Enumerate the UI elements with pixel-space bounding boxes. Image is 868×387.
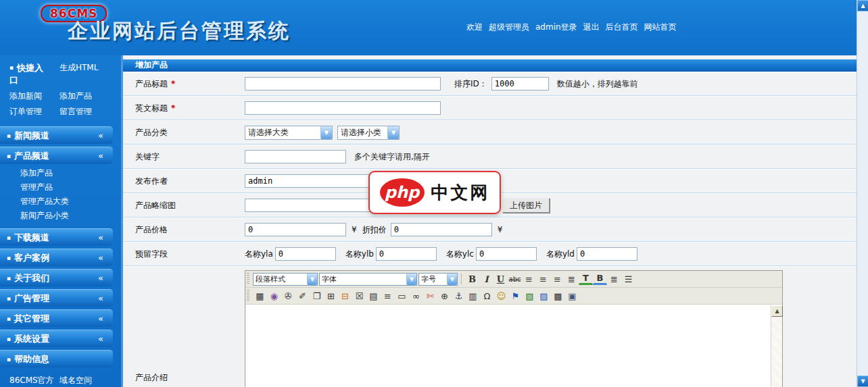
product-title-input[interactable] xyxy=(245,77,441,91)
hyperlink-globe-icon[interactable]: ⊕ xyxy=(437,289,452,303)
save-icon[interactable]: ▣ xyxy=(565,289,579,303)
editor-scrollbar[interactable]: ▲ xyxy=(771,305,782,387)
emoticon-icon[interactable]: ☺ xyxy=(494,289,508,303)
sidebar-link-message-management[interactable]: 留言管理 xyxy=(50,106,92,118)
border-grid-icon[interactable]: ▩ xyxy=(551,289,565,303)
reserved-field-input[interactable] xyxy=(376,247,437,261)
insert-image-icon[interactable]: ▦ xyxy=(253,289,267,303)
collapse-icon[interactable]: « xyxy=(98,313,113,324)
reserved-field-label: 名称yld xyxy=(546,249,575,260)
unordered-list-icon[interactable]: ☰ xyxy=(621,272,635,286)
reserved-field-input[interactable] xyxy=(476,247,537,261)
reserved-field-input[interactable] xyxy=(577,247,637,261)
discount-input[interactable] xyxy=(391,223,492,236)
category-major-value: 请选择大类 xyxy=(245,127,320,138)
font-family-select[interactable]: 字体 ▼ xyxy=(319,273,417,286)
chevron-down-icon[interactable]: ▼ xyxy=(387,126,399,139)
sidebar-section-ads[interactable]: ▪ 广告管理 « xyxy=(0,289,113,307)
sidebar-link-order-management[interactable]: 订单管理 xyxy=(0,106,50,118)
page-break-icon[interactable]: ⚑ xyxy=(508,289,523,303)
table-props-icon[interactable]: ⊟ xyxy=(338,289,352,303)
insert-div-icon[interactable]: ▤ xyxy=(366,289,381,303)
spellcheck-icon[interactable]: ☒ xyxy=(352,289,366,303)
required-mark: * xyxy=(171,79,175,88)
align-left-icon[interactable]: ≡ xyxy=(522,272,536,286)
sidebar-section-news[interactable]: ▪ 新闻频道 « xyxy=(0,126,113,144)
sidebar-subitem[interactable]: 新闻产品小类 xyxy=(0,209,123,223)
unlink-icon[interactable]: ✄ xyxy=(423,289,437,303)
category-minor-select[interactable]: 请选择小类 ▼ xyxy=(337,126,400,140)
reserved-field-input[interactable] xyxy=(275,247,336,261)
anchor-icon[interactable]: ⚓ xyxy=(452,289,466,303)
paste-word-icon[interactable]: ❐ xyxy=(310,289,324,303)
sidebar-section-other[interactable]: ▪ 其它管理 « xyxy=(0,309,113,327)
english-title-input[interactable] xyxy=(245,101,441,115)
sidebar-section-help[interactable]: ▪ 帮助信息 xyxy=(0,350,113,367)
marquee-icon[interactable]: ▭ xyxy=(395,289,409,303)
align-right-icon[interactable]: ≡ xyxy=(550,272,564,286)
sidebar-link-add-product[interactable]: 添加产品 xyxy=(50,91,92,102)
collapse-icon[interactable]: « xyxy=(98,151,113,161)
word-import-icon[interactable]: ▨ xyxy=(537,289,551,303)
keywords-input[interactable] xyxy=(245,150,346,163)
align-center-icon[interactable]: ≡ xyxy=(536,272,550,286)
collapse-icon[interactable]: « xyxy=(98,232,113,242)
chevron-down-icon[interactable]: ▼ xyxy=(447,274,457,285)
toolbar-grip-handle[interactable] xyxy=(247,290,249,302)
insert-table-icon[interactable]: ⊞ xyxy=(324,289,338,303)
editor-content-area[interactable]: ▲ xyxy=(245,305,782,387)
ordered-list-icon[interactable]: ≣ xyxy=(607,272,621,286)
underline-icon[interactable]: U xyxy=(493,272,508,286)
sidebar-section-product[interactable]: ▪ 产品频道 « xyxy=(0,147,113,164)
chevron-down-icon[interactable]: ▼ xyxy=(406,274,416,285)
sidebar-subitem[interactable]: 管理产品大类 xyxy=(0,195,123,209)
text-color-icon[interactable]: T xyxy=(579,272,593,285)
bold-icon[interactable]: B xyxy=(465,272,479,286)
scroll-up-icon[interactable]: ▲ xyxy=(771,305,783,317)
sidebar-subitem[interactable]: 管理产品 xyxy=(0,180,123,195)
align-justify-icon[interactable]: ≣ xyxy=(564,272,579,286)
collapse-icon[interactable]: « xyxy=(98,130,113,140)
toolbar-grip-handle[interactable] xyxy=(247,273,249,285)
iframe-icon[interactable]: ▥ xyxy=(466,289,480,303)
page-scrollbar[interactable]: ▲ ▼ xyxy=(857,0,868,387)
collapse-icon[interactable]: « xyxy=(98,253,113,263)
site-home-link[interactable]: 网站首页 xyxy=(644,22,677,33)
sidebar-section-download[interactable]: ▪ 下载频道 « xyxy=(0,228,113,246)
special-char-icon[interactable]: Ω xyxy=(480,289,494,303)
strikethrough-icon[interactable]: abc xyxy=(508,272,522,286)
scroll-down-icon[interactable]: ▼ xyxy=(857,376,868,387)
attachment-icon[interactable]: ✐ xyxy=(295,289,310,303)
section-label: 产品频道 xyxy=(14,150,49,162)
italic-icon[interactable]: I xyxy=(479,272,493,286)
chevron-down-icon[interactable]: ▼ xyxy=(307,274,317,285)
official-site-link[interactable]: 86CMS官方 xyxy=(0,375,50,386)
insert-flash-icon[interactable]: ◉ xyxy=(267,289,281,303)
sidebar-subitem[interactable]: 添加产品 xyxy=(0,166,123,180)
font-size-select[interactable]: 字号 ▼ xyxy=(418,273,458,286)
sort-id-input[interactable] xyxy=(491,77,549,91)
chevron-down-icon[interactable]: ▼ xyxy=(320,126,332,139)
backend-home-link[interactable]: 后台首页 xyxy=(606,22,638,33)
logout-link[interactable]: 退出 xyxy=(583,22,600,33)
sidebar-section-about[interactable]: ▪ 关于我们 « xyxy=(0,269,113,286)
excel-import-icon[interactable]: ▧ xyxy=(523,289,537,303)
sidebar-link-generate-html[interactable]: 生成HTML xyxy=(50,62,98,86)
sidebar-footer: 86CMS官方 域名空间 技术支持QQ：117461244 xyxy=(0,367,123,387)
category-major-select[interactable]: 请选择大类 ▼ xyxy=(245,126,333,140)
sidebar-section-system[interactable]: ▪ 系统设置 « xyxy=(0,330,113,347)
sidebar-link-add-news[interactable]: 添加新闻 xyxy=(0,91,50,102)
collapse-icon[interactable]: « xyxy=(98,334,113,344)
sidebar-section-cases[interactable]: ▪ 客户案例 « xyxy=(0,249,113,266)
paragraph-style-select[interactable]: 段落样式 ▼ xyxy=(253,273,318,286)
collapse-icon[interactable]: « xyxy=(98,273,113,283)
bg-color-icon[interactable]: B xyxy=(593,272,607,285)
collapse-icon[interactable]: « xyxy=(98,293,113,303)
upload-image-button[interactable]: 上传图片 xyxy=(502,198,550,213)
insert-media-icon[interactable]: ✇ xyxy=(281,289,295,303)
link-icon[interactable]: ∞ xyxy=(409,289,423,303)
domain-space-link[interactable]: 域名空间 xyxy=(50,375,92,386)
price-input[interactable] xyxy=(245,223,346,236)
horizontal-rule-icon[interactable]: ≡ xyxy=(381,289,395,303)
scroll-up-icon[interactable]: ▲ xyxy=(857,0,868,11)
